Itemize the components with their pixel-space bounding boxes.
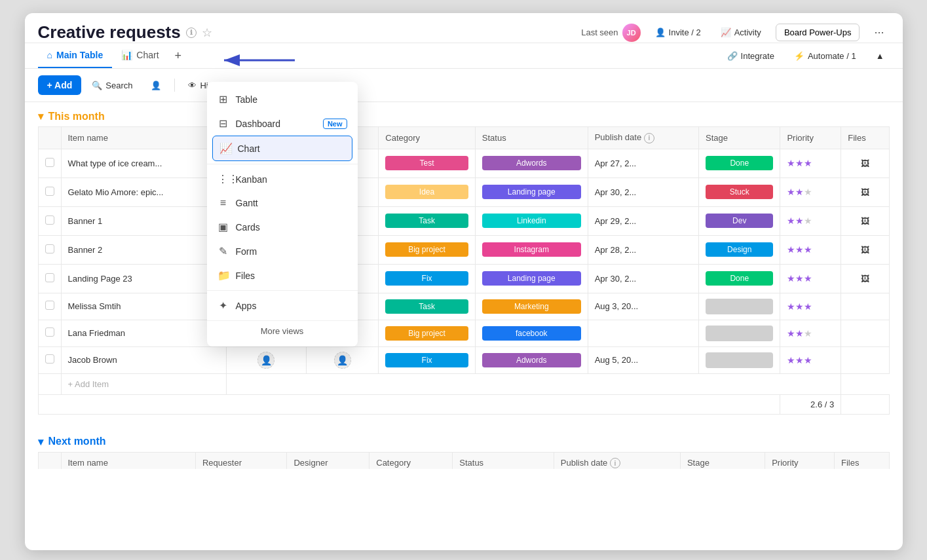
row-priority[interactable]: ★★★: [780, 177, 841, 206]
row-stage[interactable]: Stuck: [699, 177, 780, 206]
row-priority[interactable]: ★★★: [780, 293, 841, 320]
row-checkbox[interactable]: [45, 158, 54, 167]
row-checkbox[interactable]: [45, 215, 54, 225]
dropdown-separator-2: [207, 290, 358, 291]
row-status[interactable]: Instagram: [475, 235, 588, 264]
table-row[interactable]: What type of ice cream... Test Adwords A…: [38, 149, 889, 177]
tab-main-table[interactable]: ⌂ Main Table: [38, 43, 113, 68]
tab-chart[interactable]: 📊 Chart: [112, 43, 168, 68]
blue-arrow: [218, 48, 296, 75]
row-stage[interactable]: Dev: [699, 206, 780, 235]
group-header-next-month[interactable]: ▾ Next month: [38, 428, 890, 452]
dropdown-item-kanban[interactable]: ⋮⋮ Kanban: [207, 167, 358, 191]
dropdown-item-apps[interactable]: ✦ Apps: [207, 293, 358, 318]
dropdown-item-chart[interactable]: 📈 Chart: [212, 136, 352, 161]
avatar: JD: [622, 24, 641, 42]
table-row[interactable]: Jacob Brown 👤 👤 Fix Adwords Aug 5, 20...…: [38, 346, 889, 373]
row-checkbox[interactable]: [45, 354, 54, 364]
row-category[interactable]: Idea: [379, 177, 476, 206]
dropdown-item-cards[interactable]: ▣ Cards: [207, 215, 358, 239]
row-category[interactable]: Big project: [379, 320, 476, 346]
row-item-name: Lana Friedman: [61, 320, 226, 346]
search-label: Search: [105, 81, 132, 90]
row-priority[interactable]: ★★★: [780, 320, 841, 346]
row-priority[interactable]: ★★★: [780, 149, 841, 177]
dropdown-item-table[interactable]: ⊞ Table: [207, 87, 358, 111]
row-checkbox[interactable]: [45, 244, 54, 253]
automate-button[interactable]: ⚡ Automate / 1: [789, 48, 861, 64]
dropdown-item-dashboard[interactable]: ⊟ Dashboard New: [207, 111, 358, 136]
table-row[interactable]: Melissa Smtih 👤 👤 Task Marketing Aug 3, …: [38, 293, 889, 320]
app-container: Creative requests ℹ ☆ Last seen JD 👤 Inv…: [25, 13, 903, 550]
table-row[interactable]: Banner 1 Task Linkedin Apr 29, 2... Dev …: [38, 206, 889, 235]
dropdown-item-files[interactable]: 📁 Files: [207, 263, 358, 288]
add-item-row[interactable]: + Add Item: [38, 373, 889, 394]
row-priority[interactable]: ★★★: [780, 206, 841, 235]
group-header-this-month[interactable]: ▾ This month: [38, 102, 890, 126]
row-category[interactable]: Fix: [379, 346, 476, 373]
row-files[interactable]: 🖼: [841, 149, 889, 177]
search-button[interactable]: 🔍 Search: [84, 76, 140, 95]
row-checkbox[interactable]: [45, 273, 54, 282]
files-label: Files: [236, 271, 255, 281]
row-checkbox[interactable]: [45, 187, 54, 196]
row-category[interactable]: Task: [379, 206, 476, 235]
more-views-button[interactable]: More views: [207, 320, 358, 341]
row-category[interactable]: Fix: [379, 264, 476, 293]
invite-button[interactable]: 👤 Invite / 2: [650, 25, 706, 40]
row-files[interactable]: 🖼: [841, 177, 889, 206]
header-more-button[interactable]: ···: [869, 23, 889, 42]
add-tab-button[interactable]: +: [168, 44, 189, 68]
tabs-right: 🔗 Integrate ⚡ Automate / 1 ▲: [722, 48, 890, 64]
dropdown-item-form[interactable]: ✎ Form: [207, 239, 358, 263]
row-stage[interactable]: Done: [699, 264, 780, 293]
dropdown-item-gantt[interactable]: ≡ Gantt: [207, 191, 358, 215]
row-status[interactable]: Linkedin: [475, 206, 588, 235]
th-files: Files: [841, 127, 889, 149]
row-category[interactable]: Task: [379, 293, 476, 320]
search-icon: 🔍: [92, 81, 102, 90]
row-files[interactable]: 🖼: [841, 264, 889, 293]
row-status[interactable]: Landing page: [475, 177, 588, 206]
integrate-button[interactable]: 🔗 Integrate: [722, 48, 780, 64]
row-files[interactable]: [841, 320, 889, 346]
row-files[interactable]: [841, 346, 889, 373]
row-checkbox[interactable]: [45, 301, 54, 310]
row-priority[interactable]: ★★★: [780, 346, 841, 373]
board-powerups-button[interactable]: Board Power-Ups: [776, 24, 860, 41]
dropdown-separator-1: [207, 164, 358, 164]
table-row[interactable]: Gelato Mio Amore: epic... Idea Landing p…: [38, 177, 889, 206]
row-stage[interactable]: Done: [699, 149, 780, 177]
row-priority[interactable]: ★★★: [780, 264, 841, 293]
row-requester: 👤: [226, 346, 306, 373]
row-category[interactable]: Big project: [379, 235, 476, 264]
row-stage[interactable]: [699, 293, 780, 320]
row-stage[interactable]: Design: [699, 235, 780, 264]
star-icon[interactable]: ☆: [202, 26, 212, 40]
row-status[interactable]: Adwords: [475, 149, 588, 177]
row-category[interactable]: Test: [379, 149, 476, 177]
person-button[interactable]: 👤: [143, 76, 169, 95]
row-status[interactable]: facebook: [475, 320, 588, 346]
add-item-button[interactable]: + Add Item: [61, 373, 226, 394]
activity-button[interactable]: 📈 Activity: [715, 25, 766, 40]
table-row[interactable]: Banner 2 Big project Instagram Apr 28, 2…: [38, 235, 889, 264]
row-checkbox[interactable]: [45, 327, 54, 337]
group-next-month: ▾ Next month Item name Requester Designe…: [38, 428, 890, 470]
row-status[interactable]: Landing page: [475, 264, 588, 293]
row-status[interactable]: Marketing: [475, 293, 588, 320]
info-icon[interactable]: ℹ: [186, 28, 197, 38]
kanban-icon: ⋮⋮: [218, 173, 229, 185]
row-files[interactable]: 🖼: [841, 206, 889, 235]
chart-icon: 📈: [219, 142, 231, 155]
row-priority[interactable]: ★★★: [780, 235, 841, 264]
row-files[interactable]: [841, 293, 889, 320]
row-stage[interactable]: [699, 346, 780, 373]
row-stage[interactable]: [699, 320, 780, 346]
row-files[interactable]: 🖼: [841, 235, 889, 264]
table-row[interactable]: Landing Page 23 Fix Landing page Apr 30,…: [38, 264, 889, 293]
add-button[interactable]: + Add: [38, 75, 82, 95]
collapse-button[interactable]: ▲: [871, 48, 890, 64]
row-status[interactable]: Adwords: [475, 346, 588, 373]
table-row[interactable]: Lana Friedman 👤 👤 Big project facebook ★…: [38, 320, 889, 346]
